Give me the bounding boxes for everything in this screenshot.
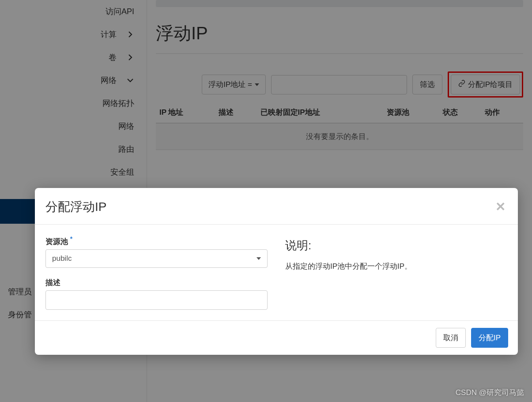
modal-title: 分配浮动IP xyxy=(45,199,106,215)
cancel-button[interactable]: 取消 xyxy=(436,328,466,348)
caret-down-icon xyxy=(257,257,261,260)
allocate-modal: 分配浮动IP ✕ 资源池 * pubilc 描述 说明: 从指定的浮动IP池中分… xyxy=(35,188,518,355)
pool-select-value: pubilc xyxy=(52,254,72,263)
modal-help-col: 说明: 从指定的浮动IP池中分配一个浮动IP。 xyxy=(285,235,507,310)
modal-header: 分配浮动IP ✕ xyxy=(35,188,518,225)
modal-form-col: 资源池 * pubilc 描述 xyxy=(45,235,268,310)
watermark: CSDN @研究司马懿 xyxy=(456,387,524,398)
description-input[interactable] xyxy=(45,290,268,310)
submit-button[interactable]: 分配IP xyxy=(471,328,508,348)
explain-title: 说明: xyxy=(285,238,507,253)
required-asterisk: * xyxy=(70,235,72,242)
modal-body: 资源池 * pubilc 描述 说明: 从指定的浮动IP池中分配一个浮动IP。 xyxy=(35,225,518,320)
close-icon[interactable]: ✕ xyxy=(495,201,506,213)
desc-label: 描述 xyxy=(45,278,268,288)
pool-label: 资源池 * xyxy=(45,235,268,247)
pool-select[interactable]: pubilc xyxy=(45,249,268,268)
modal-footer: 取消 分配IP xyxy=(35,320,518,355)
explain-text: 从指定的浮动IP池中分配一个浮动IP。 xyxy=(285,261,507,271)
